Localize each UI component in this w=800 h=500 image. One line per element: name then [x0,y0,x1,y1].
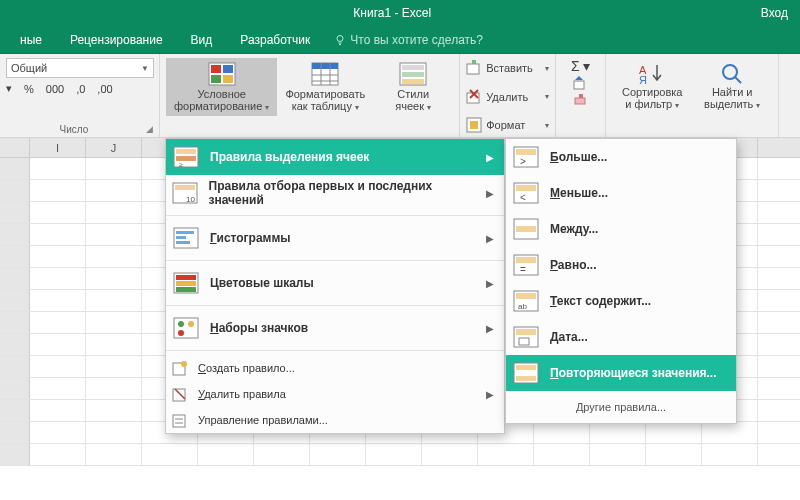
fill-button[interactable] [573,76,589,90]
svg-point-28 [723,65,737,79]
submenu-arrow-icon: ▶ [486,389,494,400]
tab-developer[interactable]: Разработчик [226,26,324,53]
top-bottom-icon: 10 [172,182,198,204]
number-format-combo[interactable]: Общий ▼ [6,58,154,78]
svg-rect-63 [516,226,536,232]
svg-rect-17 [472,60,476,64]
svg-rect-4 [211,75,221,83]
menu-icon-sets[interactable]: Наборы значков ▶ [166,310,504,346]
col-header[interactable]: J [86,138,142,157]
sort-filter-button[interactable]: АЯ Сортировка и фильтр ▾ [612,58,692,135]
svg-rect-31 [176,149,196,154]
svg-rect-45 [174,318,198,338]
autosum-button[interactable]: Σ ▾ [571,58,591,74]
submenu-text-contains[interactable]: ab Текст содержит... [506,283,736,319]
menu-clear-rules[interactable]: Удалить правила ▶ [166,381,504,407]
percent-format-button[interactable]: % [24,83,34,95]
svg-rect-39 [176,236,186,239]
svg-point-48 [178,330,184,336]
tell-me-search[interactable]: Что вы хотите сделать? [334,33,483,47]
svg-rect-16 [467,64,479,74]
submenu-less-than[interactable]: < Меньше... [506,175,736,211]
conditional-formatting-button[interactable]: Условное форматирование ▾ [166,58,277,116]
svg-rect-22 [470,121,478,129]
insert-cells-button[interactable]: Вставить▾ [466,58,549,78]
between-icon [513,218,539,240]
svg-text:≥: ≥ [179,161,183,168]
cell-styles-button[interactable]: Стили ячеек ▾ [373,58,453,116]
ribbon: Общий ▼ ▾ % 000 ,0 ,00 Число◢ Условное ф… [0,54,800,138]
delete-cells-button[interactable]: Удалить▾ [466,87,549,107]
menu-highlight-cells-rules[interactable]: ≥ Правила выделения ячеек ▶ [166,139,504,175]
col-header[interactable]: I [30,138,86,157]
clear-button[interactable] [573,92,589,106]
submenu-arrow-icon: ▶ [486,233,494,244]
increase-decimal-button[interactable]: ,0 [76,83,85,95]
clear-rules-icon [172,386,188,402]
svg-rect-5 [223,75,233,83]
greater-than-icon: > [513,146,539,168]
svg-rect-71 [516,329,536,335]
submenu-equal-to[interactable]: = Равно... [506,247,736,283]
svg-rect-60 [516,185,536,191]
svg-rect-53 [173,415,185,427]
menu-color-scales[interactable]: Цветовые шкалы ▶ [166,265,504,301]
group-cells: Вставить▾ Удалить▾ Формат▾ [460,54,556,137]
svg-rect-35 [175,185,195,190]
sign-in-link[interactable]: Вход [761,6,788,20]
svg-rect-72 [519,338,529,345]
workbook-title: Книга1 - Excel [353,6,431,20]
svg-rect-65 [516,257,536,263]
svg-rect-68 [516,293,536,299]
lightbulb-icon [334,34,346,46]
table-icon [311,62,339,86]
submenu-arrow-icon: ▶ [486,188,494,199]
group-styles: Условное форматирование ▾ Форматировать … [160,54,460,137]
svg-rect-2 [211,65,221,73]
menu-new-rule[interactable]: Создать правило... [166,355,504,381]
submenu-arrow-icon: ▶ [486,323,494,334]
find-select-button[interactable]: Найти и выделить ▾ [692,58,772,135]
submenu-greater-than[interactable]: > Больше... [506,139,736,175]
group-number: Общий ▼ ▾ % 000 ,0 ,00 Число◢ [0,54,160,137]
menu-top-bottom-rules[interactable]: 10 Правила отбора первых и последних зна… [166,175,504,211]
insert-icon [466,60,482,76]
select-all-corner[interactable] [0,138,30,157]
submenu-date-occurring[interactable]: Дата... [506,319,736,355]
dialog-launcher-icon[interactable]: ◢ [146,124,153,134]
svg-rect-25 [579,94,583,98]
accounting-format-button[interactable]: ▾ [6,82,12,95]
svg-rect-23 [574,81,584,89]
format-as-table-button[interactable]: Форматировать как таблицу ▾ [277,58,373,116]
comma-format-button[interactable]: 000 [46,83,64,95]
tab-data[interactable]: ные [6,26,56,53]
menu-manage-rules[interactable]: Управление правилами... [166,407,504,433]
group-editing-mini: Σ ▾ [556,54,606,137]
svg-rect-44 [176,287,196,292]
svg-point-0 [337,35,343,41]
search-icon [719,62,745,84]
submenu-arrow-icon: ▶ [486,152,494,163]
group-label-number: Число◢ [6,122,153,135]
format-icon [466,117,482,133]
svg-text:=: = [520,264,526,275]
svg-text:>: > [520,156,526,167]
highlight-cells-submenu: > Больше... < Меньше... Между... = Равно… [505,138,737,424]
sort-filter-icon: АЯ [639,62,665,84]
submenu-more-rules[interactable]: Другие правила... [506,391,736,423]
decrease-decimal-button[interactable]: ,00 [97,83,112,95]
title-bar: Книга1 - Excel Вход [0,0,800,26]
text-contains-icon: ab [513,290,539,312]
highlight-rules-icon: ≥ [173,146,199,168]
conditional-formatting-icon [208,62,236,86]
format-cells-button[interactable]: Формат▾ [466,115,549,135]
menu-data-bars[interactable]: Гистограммы ▶ [166,220,504,256]
tab-review[interactable]: Рецензирование [56,26,177,53]
tab-view[interactable]: Вид [177,26,227,53]
submenu-between[interactable]: Между... [506,211,736,247]
delete-icon [466,89,482,105]
conditional-formatting-menu: ≥ Правила выделения ячеек ▶ 10 Правила о… [165,138,505,434]
svg-rect-40 [176,241,190,244]
svg-point-46 [178,321,184,327]
submenu-duplicate-values[interactable]: Повторяющиеся значения... [506,355,736,391]
